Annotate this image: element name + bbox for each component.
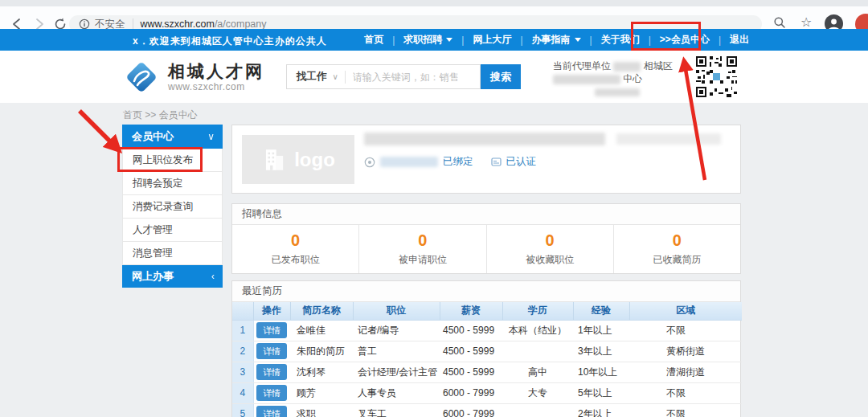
nav-item-guide[interactable]: 办事指南 <box>511 33 580 47</box>
resume-name: 金唯佳 <box>290 320 353 341</box>
search-box: 找工作 ∨ <box>286 64 481 89</box>
resume-area: 不限 <box>629 382 742 403</box>
sidebar-section-member-center[interactable]: 会员中心 ∨ <box>122 125 223 149</box>
site-header: 相城人才网 www.szxchr.com 找工作 ∨ 搜索 当前代理单位 相城区… <box>0 51 868 103</box>
resume-area: 黄桥街道 <box>629 341 742 362</box>
welcome-text: x．欢迎来到相城区人管中心主办的公共人 <box>133 35 327 48</box>
resumes-table: 操作 简历名称 职位 薪资 学历 经验 区域 1 详情 金唯佳 记者/编导 45… <box>232 302 742 417</box>
logo-placeholder-text: logo <box>294 149 335 171</box>
resume-education: 高中 <box>502 362 573 382</box>
sidebar-item-message-management[interactable]: 消息管理 <box>122 242 223 265</box>
table-row: 1 详情 金唯佳 记者/编导 4500 - 5999 本科（结业） 1年以上 不… <box>232 320 742 341</box>
row-index: 4 <box>232 382 253 403</box>
stats-body: 0 已发布职位 0 被申请职位 0 被收藏职位 0 已收藏简历 <box>232 225 740 273</box>
header-salary: 薪资 <box>440 302 502 320</box>
header-action: 操作 <box>253 302 290 320</box>
chevron-left-icon: ‹ <box>211 271 215 282</box>
detail-button[interactable]: 详情 <box>256 406 287 417</box>
header-education: 学历 <box>502 302 573 320</box>
sidebar-item-consumption-records[interactable]: 消费记录查询 <box>122 195 223 219</box>
resume-experience: 10年以上 <box>573 362 629 382</box>
stat-favorited-jobs: 0 被收藏职位 <box>487 225 614 273</box>
search-category-select[interactable]: 找工作 <box>287 70 333 84</box>
nav-item-about[interactable]: 关于我们 <box>581 33 640 47</box>
building-icon <box>261 146 289 174</box>
row-index: 5 <box>232 403 253 417</box>
stats-card-title: 招聘信息 <box>232 204 740 225</box>
recruitment-stats-card: 招聘信息 0 已发布职位 0 被申请职位 0 被收藏职位 0 已收藏简历 <box>231 203 741 274</box>
nav-item-online-hall[interactable]: 网上大厅 <box>452 33 511 47</box>
nav-item-jobs[interactable]: 求职招聘 <box>383 33 452 47</box>
top-nav-bar: x．欢迎来到相城区人管中心主办的公共人 首页 求职招聘 网上大厅 办事指南 关于… <box>0 29 868 51</box>
resume-area: 漕湖街道 <box>629 362 742 382</box>
search-button[interactable]: 搜索 <box>481 64 521 89</box>
resume-position: 叉车工 <box>353 403 440 417</box>
breadcrumb[interactable]: 首页 >> 会员中心 <box>123 108 198 122</box>
table-row: 5 详情 求职 叉车工 6000 - 7999 2年以上 不限 <box>232 403 742 417</box>
stat-published-jobs: 0 已发布职位 <box>232 225 359 273</box>
sidebar-item-job-posting[interactable]: 网上职位发布 <box>122 149 223 172</box>
header-area: 区域 <box>629 302 742 320</box>
resume-position: 普工 <box>353 341 440 362</box>
site-logo-icon <box>122 58 161 96</box>
recent-resumes-card: 最近简历 操作 简历名称 职位 薪资 学历 经验 区域 <box>231 280 741 417</box>
resume-salary: 6000 - 7999 <box>440 382 502 403</box>
nav-item-member-center[interactable]: >>会员中心 <box>640 33 710 47</box>
agency-region: 相城区 <box>644 60 673 72</box>
resume-experience: 1年以上 <box>573 320 629 341</box>
resume-education <box>502 403 573 417</box>
table-row: 4 详情 顾芳 人事专员 6000 - 7999 大专 5年以上 不限 <box>232 382 742 403</box>
resume-area: 不限 <box>629 320 742 341</box>
detail-button[interactable]: 详情 <box>256 322 287 338</box>
detail-button[interactable]: 详情 <box>256 385 287 401</box>
header-position: 职位 <box>353 302 440 320</box>
qr-code <box>694 55 739 99</box>
redacted-text <box>616 133 721 145</box>
header-index <box>232 302 253 320</box>
row-index: 1 <box>232 320 253 341</box>
bookmark-star-icon[interactable]: ☆ <box>800 14 812 30</box>
certified-icon <box>491 157 502 167</box>
sidebar-item-job-fair[interactable]: 招聘会预定 <box>122 172 223 195</box>
agency-prefix: 当前代理单位 <box>553 60 611 72</box>
bind-account-icon <box>364 157 375 168</box>
resume-position: 人事专员 <box>353 382 440 403</box>
resume-name: 沈利琴 <box>290 362 353 382</box>
redacted-text <box>553 75 620 84</box>
resume-position: 会计经理/会计主管 <box>353 362 440 382</box>
sidebar-item-talent-management[interactable]: 人才管理 <box>122 219 223 242</box>
dropdown-caret-icon <box>446 38 452 42</box>
header-resume-name: 简历名称 <box>290 302 353 320</box>
resume-education <box>502 341 573 362</box>
screen: 不安全 www.szxchr.com /a/company ☆ x．欢迎来到相城… <box>0 0 868 417</box>
resume-experience: 3年以上 <box>573 341 629 362</box>
resume-experience: 2年以上 <box>573 403 629 417</box>
redacted-account <box>380 157 438 167</box>
nav-item-logout[interactable]: 退出 <box>710 33 749 47</box>
company-status-row: 已绑定 已认证 <box>364 155 536 169</box>
agency-suffix: 中心 <box>623 73 642 84</box>
detail-button[interactable]: 详情 <box>256 364 287 380</box>
resume-salary: 4500 - 5999 <box>440 362 502 382</box>
nav-item-home[interactable]: 首页 <box>364 33 383 47</box>
detail-button[interactable]: 详情 <box>256 343 287 359</box>
dropdown-caret-icon <box>575 38 581 42</box>
sidebar: 会员中心 ∨ 网上职位发布 招聘会预定 消费记录查询 人才管理 消息管理 网上办… <box>122 125 223 288</box>
site-domain: www.szxchr.com <box>168 81 264 92</box>
search-icon[interactable] <box>773 16 786 29</box>
annotation-arrow-left <box>80 111 119 150</box>
sidebar-section-online-services[interactable]: 网上办事 ‹ <box>122 265 223 288</box>
omnibox-divider <box>133 18 133 30</box>
resume-education: 大专 <box>502 382 573 403</box>
site-logo[interactable]: 相城人才网 www.szxchr.com <box>122 58 264 96</box>
row-index: 2 <box>232 341 253 362</box>
resume-salary: 6000 - 7999 <box>440 403 502 417</box>
search-divider <box>345 71 346 84</box>
resume-position: 记者/编导 <box>353 320 440 341</box>
browser-toolbar: 不安全 www.szxchr.com /a/company ☆ <box>0 6 868 29</box>
verified-status-badge: 已认证 <box>506 155 537 169</box>
bound-status-badge: 已绑定 <box>443 155 473 169</box>
search-input[interactable] <box>353 72 480 83</box>
redacted-text <box>595 88 640 96</box>
info-icon[interactable] <box>79 18 90 30</box>
